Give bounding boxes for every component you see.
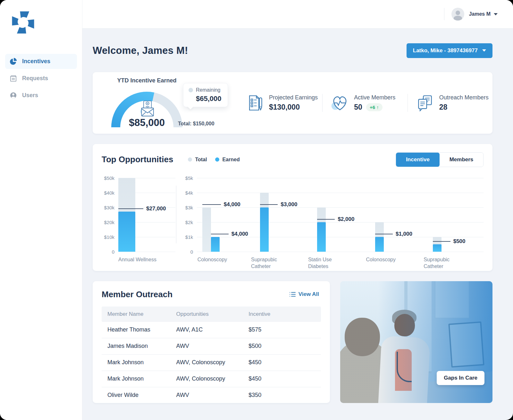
label-line — [317, 219, 335, 220]
earned-bar — [211, 237, 220, 252]
earned-bar — [118, 212, 135, 251]
gridline — [197, 178, 484, 178]
toggle-members-button[interactable]: Members — [440, 153, 483, 167]
legend-total: Total — [188, 157, 207, 163]
chevron-down-icon — [494, 13, 498, 15]
sidebar-item-label: Requests — [22, 75, 48, 82]
incentive-cell: $450 — [248, 354, 321, 371]
incentive-cell: $575 — [248, 322, 321, 338]
total-dot-icon — [188, 157, 192, 162]
member-name-cell: Mark Johnson — [102, 371, 176, 387]
table-header-row: Member Name Opportunities Incentive — [102, 307, 321, 322]
gauge-remaining-tooltip: Remaining $65,000 — [183, 83, 228, 107]
label-line — [202, 204, 221, 205]
ytd-gauge: YTD Incentive Earned — [93, 72, 238, 134]
gridline — [197, 193, 484, 193]
opportunities-cell: AWV — [176, 338, 249, 354]
sidebar-nav: Incentives Requests Users — [0, 54, 82, 103]
y-tick-label: $20k — [104, 219, 114, 225]
page-title: Welcome, James M! — [93, 45, 188, 56]
earned-bar — [317, 222, 326, 252]
label-line — [260, 204, 278, 205]
x-axis-category-label: Statin Use Diabetes — [308, 256, 347, 270]
user-menu-button[interactable] — [494, 13, 498, 15]
x-axis-category-label: Annual Wellness — [118, 256, 173, 263]
incentive-cell: $500 — [248, 338, 321, 354]
x-axis-category-label: Suprapubic Catheter — [424, 256, 462, 270]
y-axis-labels: $5k$4k$3k$2k$1k0 — [182, 178, 197, 252]
chart-legend: Total Earned — [188, 157, 240, 163]
summary-stats: Projected Earnings $130,000 Active Membe… — [238, 84, 492, 122]
stat-label: Active Members — [354, 94, 395, 101]
gridline — [197, 252, 484, 252]
y-tick-label: $3k — [185, 205, 193, 210]
sidebar-item-incentives[interactable]: Incentives — [5, 54, 77, 69]
stat-label: Outreach Members — [439, 94, 489, 101]
top-opportunities-card: Top Opportunities Total Earned Incentive — [93, 144, 492, 271]
member-name-cell: Oliver Wilde — [102, 387, 176, 403]
label-text: $500 — [453, 238, 466, 245]
member-name-cell: James Madison — [102, 338, 176, 354]
y-tick-label: $5k — [185, 175, 193, 181]
stat-label: Projected Earnings — [269, 94, 318, 101]
avatar — [451, 8, 464, 21]
list-icon — [290, 292, 296, 297]
stat-outreach-members: Outreach Members 28 — [408, 94, 492, 112]
chevron-down-icon — [482, 49, 486, 52]
provider-selector-label: Latko, Mike - 3897436977 — [413, 47, 478, 54]
remaining-label: Remaining — [196, 87, 220, 93]
gaps-in-care-button[interactable]: Gaps In Care — [437, 371, 484, 385]
label-line — [211, 234, 229, 234]
gauge-title: YTD Incentive Earned — [93, 77, 201, 84]
provider-selector-button[interactable]: Latko, Mike - 3897436977 — [407, 43, 492, 58]
x-axis-category-label: Colonoscopy — [366, 256, 404, 263]
chat-messages-icon — [416, 94, 434, 112]
gauge-total-text: Total: $150,000 — [178, 121, 229, 127]
divider — [176, 186, 176, 243]
bar-value-label: $4,000 — [202, 201, 240, 208]
bar-value-label: $27,000 — [118, 206, 166, 212]
opportunities-cell: AWV, Colonoscopy — [176, 371, 249, 387]
x-axis-category-label: Colonoscopy — [198, 256, 236, 263]
remaining-value: $65,000 — [196, 95, 228, 103]
sidebar-item-requests[interactable]: Requests — [5, 71, 77, 86]
y-tick-label: $50k — [104, 175, 114, 181]
column-header: Opportunities — [176, 307, 249, 322]
label-line — [375, 234, 393, 234]
column-header: Member Name — [102, 307, 176, 322]
document-pen-icon — [246, 94, 264, 112]
table-row: Mark JohnsonAWV, Colonoscopy$450 — [102, 354, 321, 371]
section-title: Member Outreach — [102, 290, 172, 299]
label-text: $4,000 — [231, 231, 248, 237]
earned-dot-icon — [215, 157, 219, 162]
ytd-summary-card: YTD Incentive Earned — [93, 72, 492, 134]
view-all-button[interactable]: View All — [288, 291, 321, 298]
sidebar-item-label: Users — [22, 92, 38, 99]
chart-plot-area: $4,000$4,000Colonoscopy$3,000Suprapubic … — [197, 178, 484, 252]
label-text: $2,000 — [338, 216, 354, 223]
member-name-cell: Mark Johnson — [102, 354, 176, 371]
annual-wellness-chart: $50k$40k$30k$20k$10k0 $27,000Annual Well… — [102, 178, 175, 252]
earned-bar — [260, 207, 269, 252]
earned-bar — [375, 237, 384, 252]
table-row: Oliver WildeAWV$350 — [102, 387, 321, 403]
bar-value-label: $3,000 — [260, 201, 297, 208]
table-row: Heather ThomasAWV, A1C$575 — [102, 322, 321, 338]
bar-value-label: $500 — [433, 238, 466, 245]
y-tick-label: 0 — [190, 249, 193, 254]
sidebar-item-users[interactable]: Users — [5, 88, 77, 103]
toggle-incentive-button[interactable]: Incentive — [396, 153, 440, 167]
stat-trend-badge: +6 ↑ — [366, 103, 383, 111]
label-text: $4,000 — [224, 201, 240, 208]
stat-value: 50 — [354, 103, 362, 112]
pie-chart-icon — [10, 58, 17, 65]
bar-value-label: $1,000 — [375, 231, 412, 237]
legend-earned: Earned — [215, 157, 240, 163]
label-text: $27,000 — [146, 206, 166, 212]
member-outreach-table: Member Name Opportunities Incentive Heat… — [102, 307, 321, 403]
bar-value-label: $2,000 — [317, 216, 354, 223]
section-title: Top Opportunities — [102, 155, 173, 164]
stat-value: 28 — [439, 103, 489, 112]
table-row: Mark JohnsonAWV, Colonoscopy$450 — [102, 371, 321, 387]
heart-pulse-icon — [331, 94, 349, 112]
